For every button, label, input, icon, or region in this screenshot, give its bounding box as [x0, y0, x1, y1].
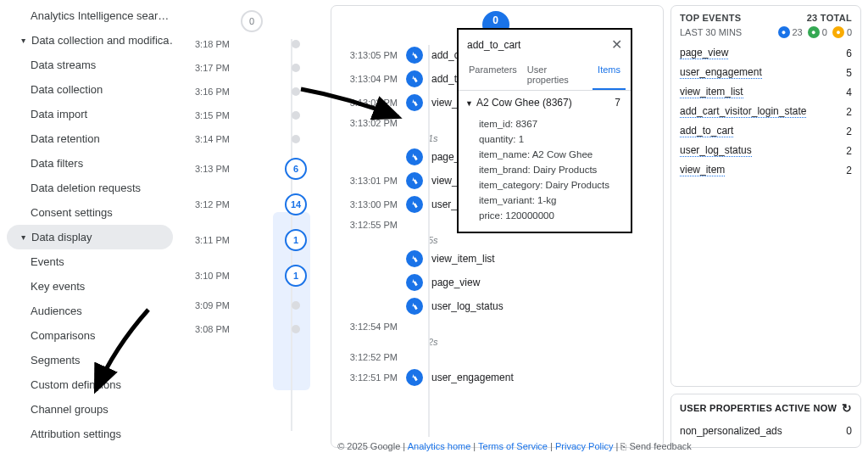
minute-time: 3:12 PM: [195, 199, 237, 210]
event-time: 3:12:55 PM: [343, 220, 398, 230]
minute-row[interactable]: 3:14 PM: [183, 127, 320, 151]
top-events-counts: ●23 ●0 ●0: [778, 26, 853, 38]
top-event-name[interactable]: view_item_list: [680, 86, 743, 98]
top-event-value: 5: [846, 67, 852, 79]
sidebar-item-data-filters[interactable]: Data filters: [7, 151, 173, 176]
top-event-name[interactable]: add_cart_visitor_login_state: [680, 105, 806, 118]
user-prop-row[interactable]: non_personalized_ads0: [680, 422, 852, 440]
sidebar-item-data-retention[interactable]: Data retention: [7, 126, 173, 151]
minute-dot: [292, 40, 300, 48]
event-label[interactable]: page_view: [431, 277, 480, 288]
sidebar-item-data-collection[interactable]: Data collection: [7, 77, 173, 102]
event-row: 3:12:54 PM: [337, 318, 654, 335]
top-event-row[interactable]: view_item2: [671, 160, 860, 180]
event-row[interactable]: page_view: [337, 271, 654, 294]
popover-tab-user-properties[interactable]: User properties: [522, 59, 593, 90]
sidebar-section-data-display[interactable]: Data display: [7, 225, 173, 249]
conversion-icon: ●: [808, 26, 820, 38]
footer-link-analytics-home[interactable]: Analytics home: [408, 441, 471, 451]
event-label[interactable]: user_log_status: [431, 300, 504, 312]
top-event-name[interactable]: user_engagement: [680, 66, 762, 79]
popover-prop-item_id: item_id: 8367: [479, 116, 620, 131]
minute-badge: 14: [285, 193, 307, 215]
minute-row[interactable]: 3:11 PM1: [183, 222, 320, 258]
popover-item-header[interactable]: ▼A2 Cow Ghee (8367) 7: [459, 91, 631, 115]
sidebar-section-data-collection[interactable]: Data collection and modifica…: [7, 28, 173, 53]
sidebar-item-audiences[interactable]: Audiences: [7, 299, 173, 323]
minute-row[interactable]: 3:12 PM14: [183, 187, 320, 222]
top-event-row[interactable]: add_cart_visitor_login_state2: [671, 102, 860, 121]
event-delay: 2s: [337, 337, 654, 347]
top-event-row[interactable]: add_to_cart2: [671, 121, 860, 141]
sidebar-item-data-import[interactable]: Data import: [7, 102, 173, 126]
minute-time: 3:13 PM: [195, 164, 237, 174]
top-event-value: 2: [846, 145, 852, 157]
minute-row[interactable]: 3:10 PM1: [183, 258, 320, 294]
event-icon: [406, 148, 423, 165]
popover-prop-quantity: quantity: 1: [479, 131, 620, 147]
event-row[interactable]: view_item_list: [337, 247, 654, 271]
event-icon: [406, 47, 423, 64]
sidebar-item-channel-groups[interactable]: Channel groups: [7, 397, 173, 422]
sidebar-item-reporting-identity[interactable]: Reporting identity: [7, 446, 173, 453]
top-event-row[interactable]: page_view6: [671, 43, 860, 63]
event-icon: [406, 94, 423, 111]
sidebar-item-analytics-intelligence[interactable]: Analytics Intelligence sear…: [7, 3, 173, 28]
popover-prop-item_brand: item_brand: Dairy Products: [479, 162, 620, 177]
minute-time: 3:10 PM: [195, 271, 237, 281]
top-event-row[interactable]: user_log_status2: [671, 141, 860, 160]
minute-row[interactable]: 3:16 PM: [183, 80, 320, 103]
sidebar-item-data-deletion-requests[interactable]: Data deletion requests: [7, 176, 173, 200]
top-event-name[interactable]: view_item: [680, 164, 725, 176]
minute-dot: [292, 111, 300, 120]
sidebar-item-custom-definitions[interactable]: Custom definitions: [7, 372, 173, 397]
sidebar-item-key-events[interactable]: Key events: [7, 274, 173, 299]
sidebar-item-comparisons[interactable]: Comparisons: [7, 323, 173, 348]
person-icon: ●: [778, 26, 790, 38]
sidebar-item-segments[interactable]: Segments: [7, 348, 173, 372]
top-event-value: 2: [846, 126, 852, 137]
popover-tab-parameters[interactable]: Parameters: [464, 59, 522, 90]
event-icon: [406, 196, 423, 213]
top-event-value: 2: [846, 165, 852, 176]
event-icon: [406, 172, 423, 189]
event-detail-popover: add_to_cart ✕ ParametersUser propertiesI…: [457, 28, 632, 233]
top-events-total: 23 TOTAL: [807, 13, 852, 23]
footer-link-privacy[interactable]: Privacy Policy: [555, 441, 613, 451]
minute-badge: 1: [285, 229, 307, 251]
top-event-row[interactable]: user_engagement5: [671, 63, 860, 82]
minute-row[interactable]: 3:09 PM: [183, 294, 320, 317]
event-icon: [406, 369, 423, 386]
sidebar-item-events[interactable]: Events: [7, 249, 173, 274]
right-column: TOP EVENTS 23 TOTAL LAST 30 MINS ●23 ●0 …: [670, 5, 861, 448]
footer-link-terms[interactable]: Terms of Service: [478, 441, 548, 451]
minute-row[interactable]: 3:08 PM: [183, 317, 320, 341]
history-icon[interactable]: ↻: [842, 401, 852, 415]
sidebar-item-consent-settings[interactable]: Consent settings: [7, 200, 173, 225]
minute-row[interactable]: 3:13 PM6: [183, 151, 320, 187]
top-event-name[interactable]: page_view: [680, 47, 728, 59]
top-event-row[interactable]: view_item_list4: [671, 82, 860, 102]
minute-time: 3:16 PM: [195, 87, 237, 97]
event-row[interactable]: 3:12:51 PMuser_engagement: [337, 366, 654, 389]
event-label[interactable]: view_item_list: [431, 253, 495, 265]
user-properties-card: USER PROPERTIES ACTIVE NOW ↻ non_persona…: [670, 394, 861, 448]
popover-tab-items[interactable]: Items: [593, 59, 626, 90]
footer-send-feedback[interactable]: Send feedback: [629, 441, 691, 451]
sidebar-item-attribution-settings[interactable]: Attribution settings: [7, 422, 173, 446]
top-event-name[interactable]: add_to_cart: [680, 125, 733, 137]
event-row[interactable]: user_log_status: [337, 294, 654, 318]
minute-row[interactable]: 3:15 PM: [183, 103, 320, 127]
event-label[interactable]: user_engagement: [431, 372, 514, 383]
event-time: 3:13:03 PM: [343, 98, 398, 108]
top-event-name[interactable]: user_log_status: [680, 144, 752, 157]
close-icon[interactable]: ✕: [611, 36, 622, 53]
event-time: 3:12:51 PM: [343, 372, 398, 383]
top-event-value: 2: [846, 106, 852, 118]
minute-row[interactable]: 3:18 PM: [183, 32, 320, 56]
minute-dot: [292, 325, 300, 333]
sidebar-item-data-streams[interactable]: Data streams: [7, 53, 173, 77]
minute-dot: [292, 135, 300, 143]
minute-row[interactable]: 3:17 PM: [183, 56, 320, 80]
event-icon: [406, 298, 423, 315]
